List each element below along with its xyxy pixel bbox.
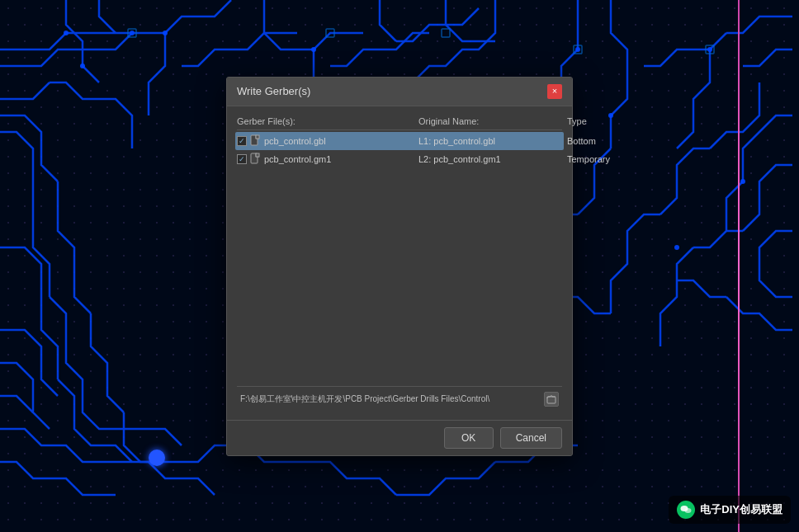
row-2-file-icon [250,153,261,166]
table-row[interactable]: pcb_control.gm1 L2: pcb_control.gm1 Temp… [237,150,562,168]
write-gerbers-dialog: Write Gerber(s) × Gerber File(s): Origin… [226,77,573,456]
watermark-text: 电子DIY创易联盟 [700,502,782,517]
dialog-buttons: OK Cancel [227,420,572,455]
row-1-file-icon [250,134,261,148]
row-2-type-cell: Temporary [567,154,633,164]
wechat-logo [680,505,692,515]
cancel-button[interactable]: Cancel [500,427,562,449]
row-1-original: L1: pcb_control.gbl [418,136,495,146]
svg-point-22 [685,508,692,513]
browse-button[interactable] [544,392,559,407]
ok-button[interactable]: OK [444,427,494,449]
row-2-original: L2: pcb_control.gm1 [418,154,501,164]
row-2-file-cell: pcb_control.gm1 [237,153,418,166]
header-type: Type [567,116,633,126]
svg-rect-19 [256,153,259,157]
dialog-overlay: Write Gerber(s) × Gerber File(s): Origin… [0,0,799,532]
table-row[interactable]: pcb_control.gbl L1: pcb_control.gbl Bott… [235,132,564,150]
table-header: Gerber File(s): Original Name: Type [237,115,562,130]
output-path: F:\创易工作室\中控主机开发\PCB Project\Gerber Drill… [240,393,541,405]
row-1-original-cell: L1: pcb_control.gbl [418,136,567,146]
row-2-type: Temporary [567,154,610,164]
row-2-checkbox[interactable] [237,154,247,164]
header-file: Gerber File(s): [237,116,418,126]
close-button[interactable]: × [547,84,562,99]
svg-rect-20 [547,397,556,403]
row-1-checkbox[interactable] [237,136,247,146]
dialog-title: Write Gerber(s) [237,85,310,97]
folder-icon [546,394,556,404]
row-1-type: Bottom [567,136,596,146]
table-body: pcb_control.gbl L1: pcb_control.gbl Bott… [237,132,562,386]
wechat-icon [677,501,695,519]
row-1-file-cell: pcb_control.gbl [237,134,418,148]
dialog-titlebar: Write Gerber(s) × [227,78,572,106]
header-original: Original Name: [418,116,567,126]
row-2-original-cell: L2: pcb_control.gm1 [418,154,567,164]
row-1-filename: pcb_control.gbl [264,136,326,146]
path-bar: F:\创易工作室\中控主机开发\PCB Project\Gerber Drill… [237,386,562,412]
row-1-type-cell: Bottom [567,136,633,146]
watermark: 电子DIY创易联盟 [669,496,791,524]
svg-rect-17 [256,135,259,139]
row-2-filename: pcb_control.gm1 [264,154,331,164]
dialog-content: Gerber File(s): Original Name: Type [227,106,572,420]
